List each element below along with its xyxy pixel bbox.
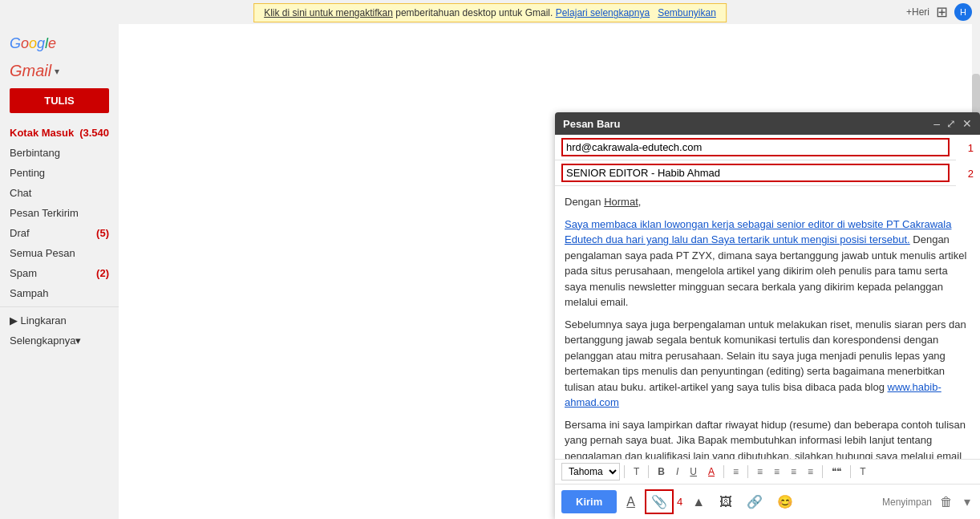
sidebar-item-chat[interactable]: Chat xyxy=(0,183,119,203)
toolbar-divider-1 xyxy=(624,465,625,478)
content-area: Pesan Baru – ⤢ ✕ 1 2 xyxy=(119,24,980,519)
sidebar-item-trash[interactable]: Sampah xyxy=(0,283,119,303)
more-options-btn[interactable]: ▾ xyxy=(961,491,974,513)
font-color-btn[interactable]: A xyxy=(703,464,719,480)
google-logo: Google xyxy=(0,30,119,57)
body-para1: Saya membaca iklan lowongan kerja sebaga… xyxy=(565,217,970,310)
discard-btn[interactable]: 🗑 xyxy=(937,492,956,513)
notification-hide-link[interactable]: Sembunyikan xyxy=(658,7,716,18)
sidebar-item-starred[interactable]: Berbintang xyxy=(0,143,119,163)
font-select[interactable]: Tahoma xyxy=(561,463,620,480)
top-right-controls: +Heri ⊞ H xyxy=(906,3,972,21)
align-btn[interactable]: ≡ xyxy=(728,464,743,480)
plus-heri-label: +Heri xyxy=(906,6,929,18)
sidebar-item-spam[interactable]: Spam (2) xyxy=(0,263,119,283)
insert-link-btn[interactable]: 🔗 xyxy=(742,491,767,513)
ul-btn[interactable]: ≡ xyxy=(769,464,784,480)
sidebar-item-important[interactable]: Penting xyxy=(0,163,119,183)
number-label-2: 2 xyxy=(968,168,974,180)
sidebar-inbox-count: (3.540 xyxy=(79,127,109,139)
close-icon[interactable]: ✕ xyxy=(962,117,972,130)
sidebar-starred-label: Berbintang xyxy=(10,147,60,159)
top-bar: Klik di sini untuk mengaktifkan pemberit… xyxy=(0,0,980,24)
sidebar-all-label: Semua Pesan xyxy=(10,247,75,259)
main-layout: Google Gmail ▾ TULIS Kotak Masuk (3.540 … xyxy=(0,24,980,519)
outdent-btn[interactable]: ≡ xyxy=(803,464,818,480)
insert-emoji-btn[interactable]: 😊 xyxy=(772,491,798,513)
number-label-1: 1 xyxy=(968,142,974,154)
sidebar-more-label: Selengkapnya▾ xyxy=(10,335,81,347)
menyimpan-label: Menyimpan xyxy=(882,497,932,508)
sidebar-drafts-count: (5) xyxy=(96,227,109,239)
sidebar-item-all[interactable]: Semua Pesan xyxy=(0,243,119,263)
compose-to-input[interactable] xyxy=(561,138,950,156)
compose-subject-input[interactable] xyxy=(561,164,950,182)
sidebar-item-sent[interactable]: Pesan Terkirim xyxy=(0,203,119,223)
toolbar-divider-3 xyxy=(723,465,724,478)
sidebar-item-more[interactable]: Selengkapnya▾ xyxy=(0,330,119,351)
google-text: Google xyxy=(10,35,56,52)
sidebar: Google Gmail ▾ TULIS Kotak Masuk (3.540 … xyxy=(0,24,119,519)
compose-header-controls: – ⤢ ✕ xyxy=(933,117,972,130)
expand-icon[interactable]: ⤢ xyxy=(946,117,956,130)
attach-file-btn[interactable]: 📎 xyxy=(645,489,674,514)
body-para3: Bersama ini saya lampirkan daftar riwaya… xyxy=(565,417,970,460)
font-color-action-btn[interactable]: A xyxy=(622,492,640,513)
compose-modal: Pesan Baru – ⤢ ✕ 1 2 xyxy=(555,112,980,519)
sidebar-chat-label: Chat xyxy=(10,187,31,199)
notification-bar: Klik di sini untuk mengaktifkan pemberit… xyxy=(253,3,727,22)
compose-to-row xyxy=(555,135,956,160)
notification-learn-link[interactable]: Pelajari selengkapnya xyxy=(556,7,650,18)
sidebar-trash-label: Sampah xyxy=(10,287,48,299)
sidebar-spam-count: (2) xyxy=(96,267,109,279)
indent-btn[interactable]: ≡ xyxy=(786,464,801,480)
toolbar-divider-2 xyxy=(648,465,649,478)
sidebar-drafts-label: Draf xyxy=(10,227,30,239)
insert-drive-btn[interactable]: ▲ xyxy=(687,492,710,513)
notification-rest-text: pemberitahuan desktop untuk Gmail. xyxy=(395,7,553,18)
format-toolbar: Tahoma T B I U A ≡ ≡ ≡ ≡ ≡ ❝❝ T xyxy=(555,459,980,485)
body-greeting: Dengan Hormat, xyxy=(565,194,970,210)
apps-grid-icon[interactable]: ⊞ xyxy=(936,3,948,21)
toolbar-divider-5 xyxy=(822,465,823,478)
italic-btn[interactable]: I xyxy=(671,464,683,480)
gmail-word: Gmail xyxy=(10,62,51,80)
sidebar-item-circles[interactable]: ▶ Lingkaran xyxy=(0,310,119,330)
compose-body: Dengan Hormat, Saya membaca iklan lowong… xyxy=(555,186,980,459)
gmail-dropdown-icon[interactable]: ▾ xyxy=(55,66,59,77)
ol-btn[interactable]: ≡ xyxy=(752,464,767,480)
notification-separator xyxy=(652,7,654,18)
quote-btn[interactable]: ❝❝ xyxy=(827,464,846,480)
sidebar-spam-label: Spam xyxy=(10,267,37,279)
sidebar-item-inbox[interactable]: Kotak Masuk (3.540 xyxy=(0,123,119,143)
user-avatar[interactable]: H xyxy=(954,3,972,21)
minimize-icon[interactable]: – xyxy=(933,117,940,130)
send-button[interactable]: Kirim xyxy=(561,490,617,513)
blog-link[interactable]: www.habib-ahmad.com xyxy=(565,381,942,409)
compose-actions: Kirim A 📎 4 ▲ 🖼 🔗 😊 Menyimpan 🗑 ▾ xyxy=(555,485,980,519)
compose-header: Pesan Baru – ⤢ ✕ xyxy=(555,112,980,135)
body-para2: Sebelumnya saya juga berpengalaman untuk… xyxy=(565,317,970,411)
font-size-btn[interactable]: T xyxy=(629,464,644,480)
sidebar-divider xyxy=(0,306,119,307)
gmail-label: Gmail ▾ xyxy=(0,60,119,85)
sidebar-item-drafts[interactable]: Draf (5) xyxy=(0,223,119,243)
toolbar-divider-4 xyxy=(747,465,748,478)
body-link[interactable]: Saya membaca iklan lowongan kerja sebaga… xyxy=(565,218,951,246)
compose-button[interactable]: TULIS xyxy=(10,88,109,113)
compose-header-title: Pesan Baru xyxy=(563,118,621,130)
toolbar-divider-6 xyxy=(850,465,851,478)
sidebar-important-label: Penting xyxy=(10,167,45,179)
underline-btn[interactable]: U xyxy=(685,464,702,480)
sidebar-sent-label: Pesan Terkirim xyxy=(10,207,79,219)
notification-click-text[interactable]: Klik di sini untuk mengaktifkan xyxy=(264,7,393,18)
compose-subject-row xyxy=(555,160,956,186)
number-label-4: 4 xyxy=(677,496,682,508)
clear-format-btn[interactable]: T xyxy=(855,464,870,480)
insert-photo-btn[interactable]: 🖼 xyxy=(715,492,737,513)
sidebar-circles-label: ▶ Lingkaran xyxy=(10,314,67,326)
sidebar-inbox-label: Kotak Masuk xyxy=(10,127,74,139)
bold-btn[interactable]: B xyxy=(653,464,670,480)
